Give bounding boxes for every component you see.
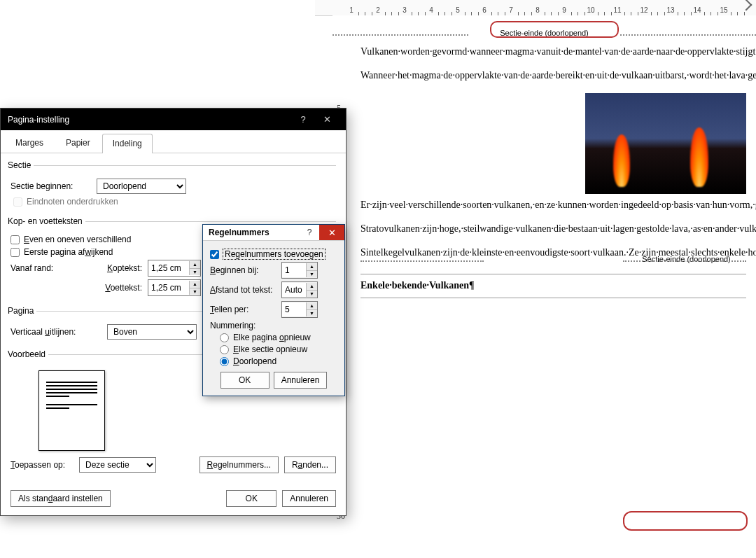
header-distance-input[interactable]: ▲▼ (148, 260, 201, 277)
continuous-radio[interactable]: Doorlopend (220, 356, 337, 366)
count-by-input[interactable]: ▲▼ (281, 301, 318, 318)
section-break-bottom: Sectie-einde (doorlopend) (360, 254, 746, 267)
tab-margins[interactable]: Marges (5, 133, 54, 153)
page-legend: Pagina (8, 306, 36, 316)
cancel-button[interactable]: Annuleren (282, 490, 336, 507)
from-edge-label: Vanaf rand: (10, 263, 91, 273)
sub-help-button[interactable]: ? (300, 228, 319, 237)
vertical-align-select[interactable]: Boven (107, 324, 197, 340)
document-canvas[interactable]: Sectie-einde (doorlopend) 5 10 15 20 25 … (332, 15, 756, 558)
section-break-top: Sectie-einde (doorlopend) (332, 28, 756, 41)
distance-input[interactable]: ▲▼ (281, 281, 318, 298)
tab-strip: Marges Papier Indeling (1, 130, 346, 153)
horizontal-ruler: 123456789101112131415 (315, 0, 756, 16)
paragraph[interactable]: Er·zijn·veel·verschillende·soorten·vulka… (360, 93, 746, 212)
distance-label: Afstand tot tekst: (210, 285, 277, 295)
numbering-label: Nummering: (210, 321, 337, 330)
footer-distance-label: Voettekst: (97, 283, 142, 293)
footer-distance-input[interactable]: ▲▼ (148, 279, 201, 296)
restart-page-radio[interactable]: Elke pagina opnieuw (220, 333, 337, 342)
dialog-title: Pagina-instelling (8, 115, 291, 125)
sub-cancel-button[interactable]: Annuleren (274, 372, 328, 389)
paragraph[interactable]: Vulkanen·worden·gevormd·wanneer·magma·va… (360, 45, 746, 59)
headers-legend: Kop- en voetteksten (8, 216, 85, 226)
section-group: Sectie Sectie beginnen: Doorlopend Eindn… (10, 160, 336, 211)
add-line-numbers-checkbox[interactable]: Regelnummers toevoegen (210, 249, 337, 259)
preview-legend: Voorbeeld (8, 349, 48, 359)
start-at-input[interactable]: ▲▼ (281, 262, 318, 279)
ok-button[interactable]: OK (226, 490, 276, 507)
sub-close-button[interactable]: ✕ (319, 225, 344, 240)
sub-ok-button[interactable]: OK (220, 372, 270, 389)
titlebar: Pagina-instelling ? ✕ (1, 109, 346, 130)
count-by-label: Tellen per: (210, 305, 277, 314)
restart-section-radio[interactable]: Elke sectie opnieuw (220, 344, 337, 354)
header-distance-label: Koptekst: (97, 263, 142, 273)
borders-button[interactable]: Randen... (284, 456, 336, 473)
tab-layout[interactable]: Indeling (102, 134, 153, 153)
section-legend: Sectie (8, 160, 34, 170)
line-numbers-dialog: Regelnummers ? ✕ Regelnummers toevoegen … (202, 224, 345, 396)
preview-thumbnail (38, 370, 105, 451)
apply-to-select[interactable]: Deze sectie (79, 457, 156, 473)
tab-paper[interactable]: Papier (55, 133, 101, 153)
paragraph[interactable]: Stratovulkanen·zijn·hoge,·steilwandige·v… (360, 222, 746, 236)
suppress-endnotes-checkbox[interactable]: Eindnoten onderdrukken (13, 197, 336, 207)
vertical-align-label: Verticaal uitlijnen: (10, 327, 102, 337)
heading[interactable]: Enkele·bekende·Vulkanen¶ (360, 274, 746, 298)
ruler-corner-icon (742, 1, 752, 11)
paragraph[interactable]: Wanneer·het·magma·de·oppervlakte·van·de·… (360, 69, 746, 83)
start-at-label: Beginnen bij: (210, 265, 277, 275)
sub-dialog-title: Regelnummers (209, 228, 300, 237)
apply-to-label: Toepassen op: (10, 460, 74, 470)
line-numbers-button[interactable]: Regelnummers... (200, 456, 279, 473)
section-start-select[interactable]: Doorlopend (97, 179, 186, 194)
section-start-label: Sectie beginnen: (10, 181, 91, 191)
help-button[interactable]: ? (291, 114, 315, 125)
set-default-button[interactable]: Als standaard instellen (10, 490, 111, 507)
close-button[interactable]: ✕ (315, 114, 339, 125)
volcano-image (585, 93, 746, 194)
